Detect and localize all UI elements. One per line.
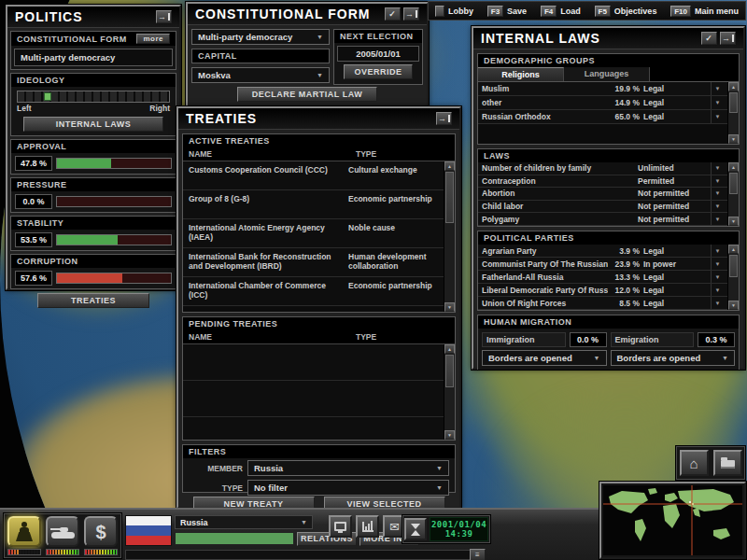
override-button[interactable]: OVERRIDE xyxy=(344,64,413,79)
capital-dropdown[interactable]: Moskva▼ xyxy=(191,67,330,83)
scroll-down-icon[interactable]: ▼ xyxy=(444,302,455,312)
politics-mode-button[interactable] xyxy=(7,516,41,547)
ideology-slider-thumb[interactable] xyxy=(44,92,51,101)
row-dropdown-button[interactable]: ▼ xyxy=(711,271,724,283)
type-filter-dropdown[interactable]: No filter▼ xyxy=(247,480,449,496)
party-row[interactable]: Fatherland-All Russia 13.3 % Legal ▼ xyxy=(478,271,727,284)
row-dropdown-button[interactable]: ▼ xyxy=(711,188,724,200)
scroll-thumb[interactable] xyxy=(729,92,738,113)
law-row[interactable]: Number of children by family Unlimited ▼ xyxy=(478,162,727,175)
home-icon: ⌂ xyxy=(689,456,698,470)
party-row[interactable]: Agrarian Party 3.9 % Legal ▼ xyxy=(478,245,727,258)
scroll-thumb[interactable] xyxy=(445,172,454,223)
treaty-row[interactable]: International Atomic Energy Agency (IAEA… xyxy=(183,219,444,248)
row-dropdown-button[interactable]: ▼ xyxy=(711,110,724,123)
scroll-up-icon[interactable]: ▲ xyxy=(728,162,739,172)
scrollbar[interactable]: ▲ ▼ xyxy=(444,344,455,440)
minimap[interactable] xyxy=(599,482,746,559)
member-filter-dropdown[interactable]: Russia▼ xyxy=(247,460,449,476)
scroll-down-icon[interactable]: ▼ xyxy=(728,134,739,144)
law-row[interactable]: Polygamy Not permitted ▼ xyxy=(478,213,727,226)
religion-row[interactable]: Muslim 19.9 % Legal ▼ xyxy=(478,82,727,96)
scroll-down-icon[interactable]: ▼ xyxy=(444,430,455,440)
treaty-row[interactable]: International Bank for Reconstruction an… xyxy=(183,248,444,277)
party-row[interactable]: Liberal Democratic Party Of Russia 12.0 … xyxy=(478,284,727,297)
treaty-row[interactable]: Group of 8 (G-8) Economic partnership xyxy=(183,190,444,219)
row-dropdown-button[interactable]: ▼ xyxy=(711,245,724,257)
ideology-slider[interactable] xyxy=(17,91,170,103)
row-dropdown-button[interactable]: ▼ xyxy=(711,297,724,309)
tab-languages[interactable]: Languages xyxy=(564,67,650,81)
more-button[interactable]: more xyxy=(136,34,170,44)
military-mode-button[interactable] xyxy=(46,516,79,547)
row-dropdown-button[interactable]: ▼ xyxy=(711,201,724,213)
scroll-up-icon[interactable]: ▲ xyxy=(728,245,739,254)
message-strip[interactable] xyxy=(125,550,486,560)
menu-item-lobby[interactable]: Lobby xyxy=(435,6,473,17)
religion-row[interactable]: other 14.9 % Legal ▼ xyxy=(478,96,727,110)
menu-item-main-menu[interactable]: F10 Main menu xyxy=(670,6,739,17)
detach-arrow-icon[interactable]: → xyxy=(156,10,172,23)
scroll-thumb[interactable] xyxy=(445,355,454,387)
saved-views-button[interactable] xyxy=(713,450,742,476)
scrollbar[interactable]: ▲ ▼ xyxy=(727,245,739,310)
immigration-policy-dropdown[interactable]: Borders are opened▼ xyxy=(482,350,607,366)
scroll-thumb[interactable] xyxy=(729,255,738,277)
menu-item-save[interactable]: F3 Save xyxy=(487,6,527,17)
constitutional-form-dropdown[interactable]: Multi-party democracy▼ xyxy=(191,29,330,45)
law-row[interactable]: Child labor Not permitted ▼ xyxy=(478,201,727,214)
approval-value: 47.8 % xyxy=(15,156,52,171)
detach-arrow-icon[interactable]: → xyxy=(436,112,452,125)
menu-item-objectives[interactable]: F5 Objectives xyxy=(595,6,657,17)
stats-button[interactable] xyxy=(356,515,379,538)
party-row[interactable]: Communist Party Of The Russian Feder 23.… xyxy=(478,258,727,271)
scroll-up-icon[interactable]: ▲ xyxy=(728,82,739,91)
pressure-meter: PRESSURE 0.0 % xyxy=(10,177,176,213)
internal-laws-button[interactable]: INTERNAL LAWS xyxy=(23,117,163,132)
type-filter-label: TYPE xyxy=(189,483,243,493)
next-election-section: NEXT ELECTION 2005/01/01 OVERRIDE xyxy=(333,29,423,85)
religion-row[interactable]: Russian Orthodox 65.0 % Legal ▼ xyxy=(478,110,727,124)
dollar-icon: $ xyxy=(95,523,106,541)
confirm-check-icon[interactable]: ✓ xyxy=(701,32,717,45)
scroll-up-icon[interactable]: ▲ xyxy=(444,344,455,354)
scroll-down-icon[interactable]: ▼ xyxy=(728,217,739,226)
row-dropdown-button[interactable]: ▼ xyxy=(711,82,724,95)
message-log-button[interactable]: ≡ xyxy=(470,549,486,560)
party-row[interactable]: Union Of Right Forces 8.5 % Legal ▼ xyxy=(478,297,727,310)
row-dropdown-button[interactable]: ▼ xyxy=(711,96,724,109)
f5-key: F5 xyxy=(595,6,611,17)
row-dropdown-button[interactable]: ▼ xyxy=(711,213,724,225)
declare-martial-law-button[interactable]: DECLARE MARTIAL LAW xyxy=(237,87,377,102)
row-dropdown-button[interactable]: ▼ xyxy=(711,162,724,175)
menu-item-load[interactable]: F4 Load xyxy=(541,6,581,17)
capital-label: CAPITAL xyxy=(198,51,237,61)
detach-arrow-icon[interactable]: → xyxy=(720,32,736,45)
tab-religions[interactable]: Religions xyxy=(478,67,564,81)
scroll-down-icon[interactable]: ▼ xyxy=(728,301,739,310)
scroll-thumb[interactable] xyxy=(729,173,738,194)
scrollbar[interactable]: ▲ ▼ xyxy=(727,82,739,144)
approval-meter: APPROVAL 47.8 % xyxy=(10,139,176,175)
treaty-row[interactable]: International Chamber of Commerce (ICC) … xyxy=(183,277,444,306)
scrollbar[interactable]: ▲ ▼ xyxy=(727,162,739,226)
treaties-button[interactable]: TREATIES xyxy=(37,293,149,308)
law-row[interactable]: Abortion Not permitted ▼ xyxy=(478,188,727,201)
row-dropdown-button[interactable]: ▼ xyxy=(711,284,724,296)
law-row[interactable]: Contraception Permitted ▼ xyxy=(478,175,727,189)
row-dropdown-button[interactable]: ▼ xyxy=(711,258,724,270)
confirm-check-icon[interactable]: ✓ xyxy=(385,7,401,21)
home-view-button[interactable]: ⌂ xyxy=(680,450,709,476)
chevron-down-icon: ▼ xyxy=(301,519,307,525)
menu-label: Save xyxy=(507,7,527,16)
treaty-row[interactable]: Customs Cooperation Council (CCC) Cultur… xyxy=(183,161,444,190)
country-selector-dropdown[interactable]: Russia ▼ xyxy=(175,515,313,529)
emigration-policy-dropdown[interactable]: Borders are opened▼ xyxy=(611,350,736,366)
economy-mode-button[interactable]: $ xyxy=(84,516,118,547)
time-control-button[interactable] xyxy=(404,518,427,540)
scroll-up-icon[interactable]: ▲ xyxy=(444,161,455,171)
detach-arrow-icon[interactable]: → xyxy=(403,7,419,21)
row-dropdown-button[interactable]: ▼ xyxy=(711,175,724,188)
scrollbar[interactable]: ▲ ▼ xyxy=(444,161,455,312)
chat-button[interactable] xyxy=(329,515,352,538)
